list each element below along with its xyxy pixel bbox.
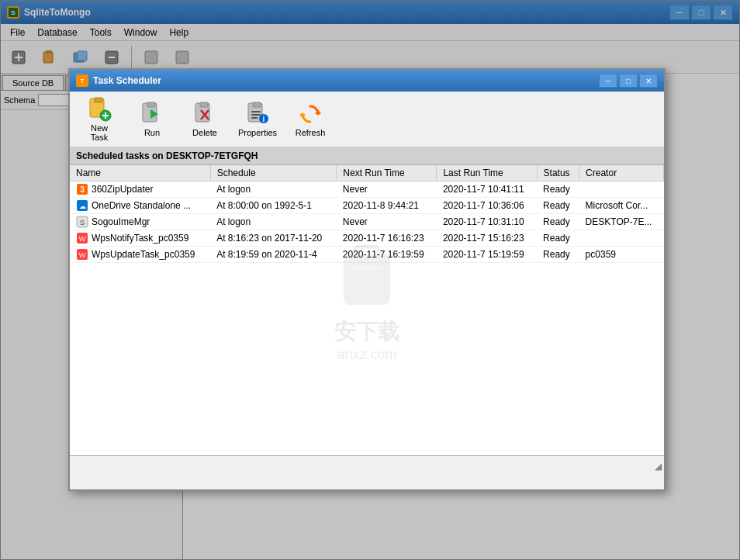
dialog-maximize-button[interactable]: □ [619,74,638,88]
task-table-container[interactable]: 安下载 anxz.com Name Schedule Next Run Time… [70,165,664,472]
task-icon-4: W [76,248,88,261]
dialog-title-bar: T Task Scheduler ─ □ ✕ [70,70,664,92]
task-last-run-cell: 2020-11-7 10:31:10 [437,214,537,230]
svg-text:T: T [81,78,85,85]
col-creator[interactable]: Creator [579,165,664,181]
properties-label: Properties [238,128,277,137]
task-last-run-cell: 2020-11-7 15:16:23 [437,230,537,247]
task-name-cell: W WpsUpdateTask_pc0359 [70,247,210,263]
task-schedule-cell: At 8:00:00 on 1992-5-1 [210,198,337,214]
table-row[interactable]: W WpsUpdateTask_pc0359 At 8:19:59 on 202… [70,247,664,263]
svg-rect-38 [351,266,382,269]
task-table-body: 3 360ZipUpdater At logon Never 2020-11-7… [70,181,664,263]
table-row[interactable]: W WpsNotifyTask_pc0359 At 8:16:23 on 201… [70,230,664,247]
table-row[interactable]: ☁ OneDrive Standalone ... At 8:00:00 on … [70,198,664,214]
new-task-label: New Task [81,123,117,142]
task-next-run-cell: Never [337,181,437,198]
task-creator-cell: pc0359 [579,247,664,263]
refresh-label: Refresh [296,128,326,137]
delete-icon [192,102,217,126]
svg-text:W: W [79,251,86,259]
task-status-cell: Ready [537,214,579,230]
task-last-run-cell: 2020-11-7 10:36:06 [437,198,537,214]
properties-icon: i [245,102,270,126]
svg-rect-16 [95,98,102,102]
task-schedule-cell: At logon [210,181,337,198]
properties-button[interactable]: i Properties [233,96,282,143]
task-icon-2: S [76,216,88,228]
task-creator-cell: DESKTOP-7E... [579,214,664,230]
task-icon-3: W [76,232,88,244]
dialog-toolbar: New Task Run [70,92,664,147]
refresh-button[interactable]: Refresh [285,96,335,143]
run-button[interactable]: Run [127,96,177,143]
dialog-minimize-button[interactable]: ─ [599,74,617,88]
task-last-run-cell: 2020-11-7 15:19:59 [437,247,537,263]
resize-grip[interactable]: ◢ [652,460,664,472]
task-next-run-cell: Never [337,214,437,230]
col-name[interactable]: Name [70,165,210,181]
task-name-cell: ☁ OneDrive Standalone ... [70,198,210,214]
col-schedule[interactable]: Schedule [210,165,337,181]
new-task-button[interactable]: New Task [74,96,124,143]
dialog-content: Scheduled tasks on DESKTOP-7ETGFQH 安下载 a… [70,147,664,472]
svg-text:3: 3 [80,185,85,194]
run-label: Run [144,128,160,137]
task-schedule-cell: At logon [210,214,337,230]
task-status-cell: Ready [537,181,579,198]
task-status-cell: Ready [537,247,579,263]
refresh-icon [298,102,323,126]
svg-text:☁: ☁ [79,202,86,210]
table-header-row: Name Schedule Next Run Time Last Run Tim… [70,165,664,181]
delete-button[interactable]: Delete [180,96,230,143]
svg-text:i: i [263,115,265,123]
dialog-title: Task Scheduler [93,75,599,86]
task-next-run-cell: 2020-11-8 9:44:21 [337,198,437,214]
svg-rect-24 [200,102,208,107]
task-status-cell: Ready [537,198,579,214]
task-scheduler-dialog: T Task Scheduler ─ □ ✕ [68,68,666,491]
task-status-cell: Ready [537,230,579,247]
delete-label: Delete [192,128,217,137]
task-name-cell: S SogouImeMgr [70,214,210,230]
watermark-url: anxz.com [334,347,399,363]
svg-rect-21 [147,102,155,107]
task-next-run-cell: 2020-11-7 16:16:23 [337,230,437,247]
task-schedule-cell: At 8:16:23 on 2017-11-20 [210,230,337,247]
task-last-run-cell: 2020-11-7 10:41:11 [437,181,537,198]
dialog-window-controls: ─ □ ✕ [599,74,658,88]
task-next-run-cell: 2020-11-7 16:19:59 [337,247,437,263]
task-icon-0: 3 [76,183,88,195]
col-status[interactable]: Status [537,165,579,181]
run-icon [140,102,164,126]
task-creator-cell: Microsoft Cor... [579,198,664,214]
svg-rect-29 [251,111,261,112]
task-icon-1: ☁ [76,199,88,212]
task-schedule-cell: At 8:19:59 on 2020-11-4 [210,247,337,263]
new-task-icon [87,97,112,122]
col-next-run[interactable]: Next Run Time [337,165,437,181]
svg-rect-31 [251,117,258,119]
table-row[interactable]: S SogouImeMgr At logon Never 2020-11-7 1… [70,214,664,230]
dialog-close-button[interactable]: ✕ [639,74,658,88]
task-creator-cell [579,181,664,198]
svg-rect-28 [253,102,261,107]
task-name-cell: W WpsNotifyTask_pc0359 [70,230,210,247]
svg-text:S: S [80,219,85,226]
svg-rect-30 [251,114,261,116]
tasks-header: Scheduled tasks on DESKTOP-7ETGFQH [70,147,664,165]
task-name-cell: 3 360ZipUpdater [70,181,210,198]
dialog-status-bar: ◢ [70,455,664,472]
dialog-icon: T [76,74,88,87]
table-row[interactable]: 3 360ZipUpdater At logon Never 2020-11-7… [70,181,664,198]
watermark-text: 安下载 [334,317,399,347]
dialog-body: New Task Run [70,92,664,472]
col-last-run[interactable]: Last Run Time [437,165,537,181]
task-table: Name Schedule Next Run Time Last Run Tim… [70,165,664,263]
task-creator-cell [579,230,664,247]
svg-text:W: W [79,235,86,243]
